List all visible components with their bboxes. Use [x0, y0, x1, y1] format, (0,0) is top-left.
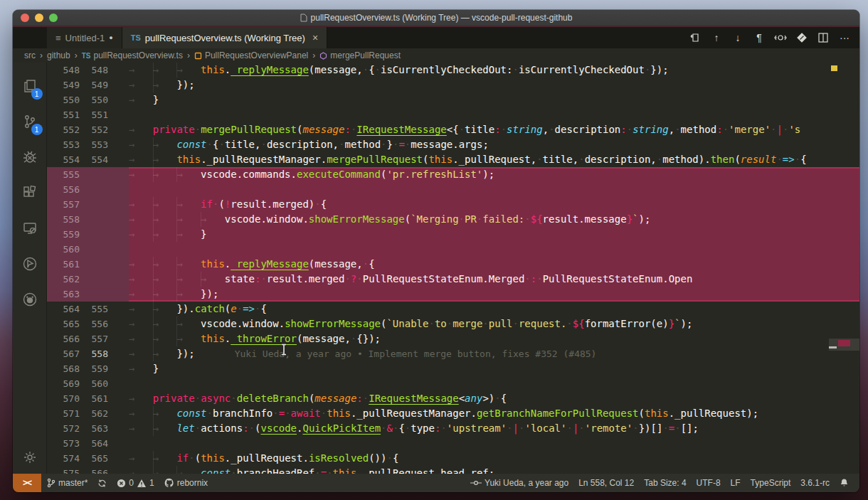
code-line[interactable]: 552552→private·mergePullRequest(message:…: [47, 122, 859, 137]
code-line[interactable]: 571562→→const·branchInfo·=·await·this._p…: [47, 406, 859, 421]
code-line[interactable]: 565556→→→vscode.window.showErrorMessage(…: [47, 317, 859, 331]
github-pull-requests-icon[interactable]: [13, 282, 47, 317]
code-line[interactable]: 551551: [47, 107, 859, 122]
tab-whitespace-icon: →: [129, 346, 153, 361]
tab-whitespace-icon: →: [129, 212, 153, 227]
remote-indicator[interactable]: ><: [13, 474, 41, 492]
untitled-file-icon: ≡: [55, 33, 61, 43]
code-line[interactable]: 566557→→→this._throwError(message,·{});: [47, 331, 859, 346]
tab-size-status[interactable]: Tab Size: 4: [639, 478, 691, 488]
tab-whitespace-icon: →: [129, 197, 153, 212]
language-status[interactable]: TypeScript: [746, 478, 796, 488]
tab-whitespace-icon: →: [129, 466, 153, 474]
tab-whitespace-icon: →: [153, 346, 177, 361]
code-line[interactable]: 563→→→});: [47, 287, 859, 302]
code-line[interactable]: 555→→→vscode.commands.executeCommand('pr…: [47, 167, 859, 182]
explorer-icon[interactable]: 1: [13, 68, 47, 104]
breadcrumb-item-mergepullrequest[interactable]: mergePullRequest: [319, 50, 401, 60]
line-number-old: 574: [47, 451, 80, 466]
manage-gear-icon[interactable]: [13, 441, 47, 474]
symbol-class-icon: [194, 52, 202, 60]
code-line[interactable]: 549549→→});: [47, 78, 859, 92]
line-number-old: 559: [47, 227, 80, 242]
github-account-status[interactable]: rebornix: [159, 478, 213, 488]
toggle-whitespace-icon[interactable]: ¶: [750, 29, 768, 46]
code-line[interactable]: 553553→→const·{·title,·description,·meth…: [47, 137, 859, 152]
cursor-position-status[interactable]: Ln 558, Col 12: [573, 478, 639, 488]
tab-whitespace-icon: →: [153, 152, 177, 167]
extension-version-status[interactable]: 3.6.1-rc: [795, 478, 835, 488]
code-line[interactable]: 558→→→→vscode.window.showErrorMessage(`M…: [47, 212, 859, 227]
code-line[interactable]: 561→→→this._replyMessage(message,·{: [47, 257, 859, 272]
code-line[interactable]: 564555→→}).catch(e·=>·{: [47, 302, 859, 317]
source-control-icon[interactable]: 1: [13, 104, 47, 139]
branch-status[interactable]: master*: [41, 478, 92, 488]
breadcrumb-item-pullrequestoverview-ts[interactable]: TSpullRequestOverview.ts: [82, 50, 183, 60]
problems-status[interactable]: 0 1: [112, 478, 159, 488]
more-actions-icon[interactable]: ···: [835, 29, 854, 46]
tab-pull-request-overview[interactable]: TS pullRequestOverview.ts (Working Tree)…: [122, 27, 327, 48]
code-line[interactable]: 572563→→let·actions:·(vscode.QuickPickIt…: [47, 421, 859, 436]
line-number-new: 559: [80, 361, 108, 376]
zoom-window-button[interactable]: [49, 14, 58, 22]
mouse-ibeam-cursor: [280, 344, 288, 358]
code-line[interactable]: 554554→→this._pullRequestManager.mergePu…: [47, 152, 859, 167]
code-lines: 548548→→→this._replyMessage(message,·{·i…: [47, 63, 859, 474]
tab-whitespace-icon: →: [129, 92, 153, 107]
close-tab-icon[interactable]: ×: [312, 32, 318, 43]
sync-status[interactable]: [92, 479, 112, 488]
code-line[interactable]: 550550→}: [47, 92, 859, 107]
toggle-inline-view-icon[interactable]: [771, 29, 790, 46]
tab-whitespace-icon: →: [129, 272, 153, 287]
split-editor-icon[interactable]: [814, 29, 832, 46]
code-line[interactable]: 575566→→→const·branchHeadRef·=·this._pul…: [47, 466, 859, 474]
remote-explorer-icon[interactable]: [13, 211, 47, 246]
git-blame-annotation: Yuki Ueda, a year ago • Implement merge …: [235, 349, 597, 359]
code-line[interactable]: 562→→→→state:·result.merged·?·PullReques…: [47, 272, 859, 287]
editor-pane[interactable]: 548548→→→this._replyMessage(message,·{·i…: [47, 63, 859, 474]
live-share-icon[interactable]: [13, 246, 47, 282]
error-icon: [117, 479, 126, 488]
tab-whitespace-icon: →: [129, 317, 153, 331]
tab-untitled[interactable]: ≡ Untitled-1 ●: [47, 27, 122, 48]
tab-whitespace-icon: →: [153, 167, 177, 182]
code-line[interactable]: 560: [47, 242, 859, 257]
debug-icon[interactable]: [13, 139, 47, 175]
previous-change-icon[interactable]: ↑: [707, 29, 726, 46]
title-bar[interactable]: pullRequestOverview.ts (Working Tree) — …: [13, 10, 859, 26]
open-changes-icon[interactable]: [686, 29, 704, 46]
breadcrumb-item-src[interactable]: src: [24, 50, 36, 60]
extensions-icon[interactable]: [13, 175, 47, 211]
code-line[interactable]: 568559→}: [47, 361, 859, 376]
encoding-status[interactable]: UTF-8: [692, 478, 726, 488]
code-line[interactable]: 548548→→→this._replyMessage(message,·{·i…: [47, 63, 859, 78]
tab-whitespace-icon: →: [129, 152, 153, 167]
breadcrumb-item-github[interactable]: github: [47, 50, 70, 60]
line-number-old: 571: [47, 406, 80, 421]
code-line[interactable]: 574565→→if·(this._pullRequest.isResolved…: [47, 451, 859, 466]
close-window-button[interactable]: [21, 14, 29, 22]
tab-whitespace-icon: →: [153, 197, 177, 212]
code-line[interactable]: 570561→private·async·deleteBranch(messag…: [47, 391, 859, 406]
code-line[interactable]: 567558→→});Yuki Ueda, a year ago • Imple…: [47, 346, 859, 361]
code-line[interactable]: 569560: [47, 376, 859, 391]
minimize-window-button[interactable]: [35, 14, 43, 22]
code-line[interactable]: 559→→→}: [47, 227, 859, 242]
tab-whitespace-icon: →: [129, 227, 153, 242]
eol-status[interactable]: LF: [726, 478, 746, 488]
explorer-badge: 1: [31, 88, 43, 100]
tab-whitespace-icon: →: [176, 257, 201, 272]
annotations-icon[interactable]: [793, 29, 811, 46]
code-line[interactable]: 573564: [47, 436, 859, 451]
line-number-new: 552: [80, 122, 108, 137]
tab-whitespace-icon: →: [153, 212, 177, 227]
blame-status[interactable]: Yuki Ueda, a year ago: [465, 478, 573, 488]
breadcrumb-item-pullrequestoverviewpanel[interactable]: PullRequestOverviewPanel: [194, 50, 308, 60]
line-number-new: 563: [80, 421, 108, 436]
code-line[interactable]: 557→→→if·(!result.merged)·{: [47, 197, 859, 212]
code-line[interactable]: 556: [47, 182, 859, 197]
notifications-bell-icon[interactable]: [835, 478, 854, 488]
code-text: →→const·branchInfo·=·await·this._pullReq…: [129, 406, 859, 421]
line-number-new: 565: [80, 451, 108, 466]
next-change-icon[interactable]: ↓: [729, 29, 747, 46]
